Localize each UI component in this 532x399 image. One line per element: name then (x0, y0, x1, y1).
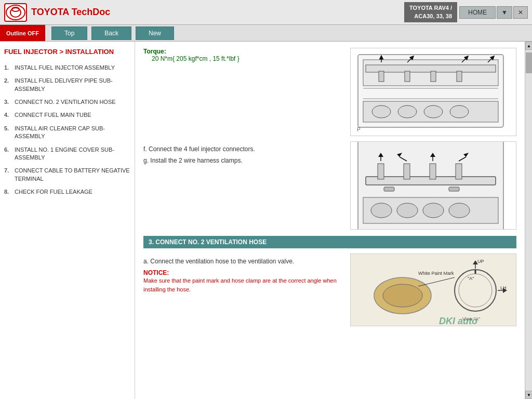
sidebar-item-5[interactable]: 5. INSTALL AIR CLEANER CAP SUB-ASSEMBLY (4, 125, 130, 141)
sidebar-text-7: CONNECT CABLE TO BATTERY NEGATIVE TERMIN… (15, 167, 130, 183)
vehicle-label: TOYOTA RAV4 / ACA30, 33, 38 (404, 2, 457, 22)
nav2-bar: Outline OFF Top Back New (0, 25, 532, 42)
step-g: g. Install the 2 wire harness clamps. (143, 157, 334, 164)
sidebar-title: FUEL INJECTOR > INSTALLATION (4, 48, 130, 57)
engine-diagram-2-inner: P (351, 142, 516, 229)
engine-top-svg: P (353, 49, 514, 135)
scroll-down-button[interactable]: ▼ (525, 391, 532, 399)
svg-rect-27 (456, 164, 462, 179)
sidebar-item-2[interactable]: 2. INSTALL FUEL DELIVERY PIPE SUB-ASSEMB… (4, 77, 130, 93)
outline-off-button[interactable]: Outline OFF (0, 25, 45, 41)
paint-diagram-container: UP LH "A" White Paint Mark View "A" (350, 254, 516, 326)
section3-header: 3. CONNECT NO. 2 VENTILATION HOSE (143, 236, 516, 248)
engine-diagram-1: P (350, 48, 516, 136)
paint-mark-diagram: UP LH "A" White Paint Mark View "A" (350, 254, 516, 326)
sidebar-text-2: INSTALL FUEL DELIVERY PIPE SUB-ASSEMBLY (15, 77, 130, 93)
svg-text:LH: LH (500, 285, 507, 290)
sidebar-num-5: 5. (4, 125, 15, 141)
step-a-text: a. Connect the ventilation hose to the v… (143, 254, 344, 326)
notice-text: Make sure that the paint mark and hose c… (143, 277, 337, 292)
torque-section: Torque: 20 N*m{ 205 kgf*cm , 15 ft.*lbf … (143, 48, 334, 62)
svg-point-40 (397, 203, 418, 218)
sidebar-text-8: CHECK FOR FUEL LEAKAGE (15, 188, 130, 196)
svg-point-19 (424, 105, 443, 118)
home-button[interactable]: HOME (459, 6, 496, 19)
step-f: f. Connect the 4 fuel injector connector… (143, 145, 334, 153)
svg-rect-36 (384, 187, 394, 191)
logo-area: TOYOTA TechDoc (4, 3, 110, 22)
svg-text:P: P (357, 229, 361, 230)
step-a-row: a. Connect the ventilation hose to the v… (143, 254, 516, 326)
sidebar-text-5: INSTALL AIR CLEANER CAP SUB-ASSEMBLY (15, 125, 130, 141)
dropdown-button[interactable]: ▼ (497, 6, 512, 19)
step-a: a. Connect the ventilation hose to the v… (143, 258, 344, 265)
svg-point-41 (423, 203, 444, 218)
sidebar-num-2: 2. (4, 77, 15, 93)
sidebar-item-4[interactable]: 4. CONNECT FUEL MAIN TUBE (4, 111, 130, 119)
new-button[interactable]: New (136, 26, 174, 40)
app-title: TOYOTA TechDoc (31, 7, 110, 18)
svg-point-46 (383, 284, 422, 307)
back-button[interactable]: Back (91, 26, 131, 40)
torque-row: Torque: 20 N*m{ 205 kgf*cm , 15 ft.*lbf … (143, 48, 516, 136)
close-button[interactable]: ✕ (513, 6, 528, 19)
svg-text:P: P (357, 127, 361, 132)
svg-text:DKI auto: DKI auto (439, 316, 477, 326)
svg-point-18 (398, 105, 417, 118)
sidebar-item-6[interactable]: 6. INSTALL NO. 1 ENGINE COVER SUB-ASSEMB… (4, 146, 130, 162)
svg-text:UP: UP (477, 259, 484, 264)
sidebar-num-3: 3. (4, 98, 15, 106)
svg-point-20 (450, 105, 469, 118)
sidebar-text-3: CONNECT NO. 2 VENTILATION HOSE (15, 98, 130, 106)
scrollbar-thumb[interactable] (526, 52, 532, 73)
main-layout: FUEL INJECTOR > INSTALLATION 1. INSTALL … (0, 42, 532, 399)
svg-rect-24 (378, 164, 384, 179)
scroll-up-button[interactable]: ▲ (525, 42, 532, 50)
torque-label: Torque: (143, 48, 166, 55)
sidebar-num-6: 6. (4, 146, 15, 162)
sidebar-num-7: 7. (4, 167, 15, 183)
svg-rect-25 (404, 164, 410, 179)
sidebar-item-1[interactable]: 1. INSTALL FUEL INJECTOR ASSEMBLY (4, 64, 130, 72)
svg-rect-37 (449, 187, 459, 191)
svg-rect-9 (457, 71, 462, 82)
steps-fg-text: f. Connect the 4 fuel injector connector… (143, 141, 334, 230)
engine-diagram-1-inner: P (351, 48, 516, 136)
svg-point-17 (372, 105, 391, 118)
sidebar-num-8: 8. (4, 188, 15, 196)
svg-rect-8 (431, 71, 436, 82)
svg-point-42 (449, 203, 470, 218)
notice-label: NOTICE: (143, 269, 169, 276)
sidebar-num-1: 1. (4, 64, 15, 72)
steps-fg-row: f. Connect the 4 fuel injector connector… (143, 141, 516, 230)
svg-rect-26 (430, 164, 436, 179)
svg-rect-6 (379, 71, 384, 82)
nav-buttons: HOME ▼ ✕ (459, 2, 528, 22)
sidebar-text-4: CONNECT FUEL MAIN TUBE (15, 111, 130, 119)
toyota-logo-svg (5, 4, 26, 21)
diagram1-container: P (340, 48, 516, 136)
svg-text:White Paint Mark: White Paint Mark (418, 271, 454, 276)
diagram2-container: P (340, 141, 516, 230)
sidebar-text-1: INSTALL FUEL INJECTOR ASSEMBLY (15, 64, 130, 72)
svg-point-39 (371, 203, 392, 218)
notice-section: NOTICE: Make sure that the paint mark an… (143, 269, 344, 294)
scrollbar-track: ▲ ▼ (525, 42, 532, 399)
toyota-logo (4, 3, 27, 22)
top-button[interactable]: Top (51, 26, 87, 40)
engine-diagram-2: P (350, 141, 516, 230)
engine-bottom-svg: P (353, 141, 514, 230)
torque-value: 20 N*m{ 205 kgf*cm , 15 ft.*lbf } (152, 55, 240, 62)
content-area: Torque: 20 N*m{ 205 kgf*cm , 15 ft.*lbf … (135, 42, 525, 399)
sidebar-item-8[interactable]: 8. CHECK FOR FUEL LEAKAGE (4, 188, 130, 196)
sidebar-item-7[interactable]: 7. CONNECT CABLE TO BATTERY NEGATIVE TER… (4, 167, 130, 183)
sidebar: FUEL INJECTOR > INSTALLATION 1. INSTALL … (0, 42, 135, 399)
svg-rect-7 (405, 71, 410, 82)
sidebar-num-4: 4. (4, 111, 15, 119)
sidebar-item-3[interactable]: 3. CONNECT NO. 2 VENTILATION HOSE (4, 98, 130, 106)
paint-mark-svg: UP LH "A" White Paint Mark View "A" (351, 254, 516, 326)
svg-text:"A": "A" (468, 276, 474, 281)
torque-text-section: Torque: 20 N*m{ 205 kgf*cm , 15 ft.*lbf … (143, 48, 334, 136)
sidebar-text-6: INSTALL NO. 1 ENGINE COVER SUB-ASSEMBLY (15, 146, 130, 162)
topbar: TOYOTA TechDoc TOYOTA RAV4 / ACA30, 33, … (0, 0, 532, 25)
